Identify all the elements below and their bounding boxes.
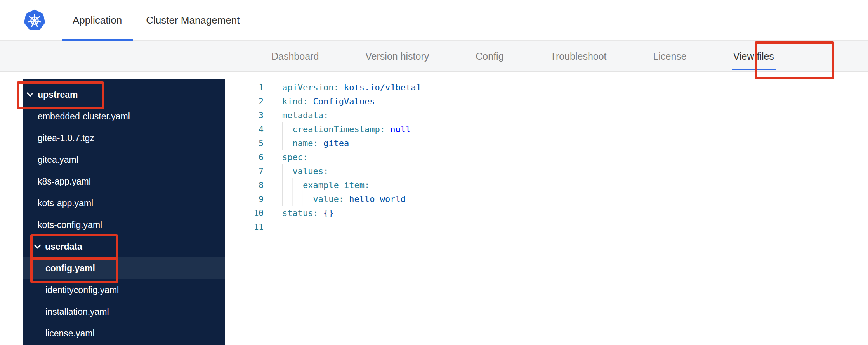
tab-application[interactable]: Application (73, 0, 122, 41)
code-line-content: spec: (282, 150, 308, 164)
tree-file-identityconfig-yaml[interactable]: identityconfig.yaml (23, 279, 225, 301)
tree-item-label: installation.yaml (45, 307, 109, 317)
tab-view-files[interactable]: View files (733, 41, 774, 71)
code-line-content: status: {} (282, 206, 333, 220)
tree-item-label: kots-app.yaml (38, 198, 93, 209)
line-number: 10 (225, 206, 264, 220)
code-token (344, 194, 349, 204)
line-number: 3 (225, 109, 264, 122)
code-line-content: creationTimestamp: null (282, 122, 411, 136)
code-line: 1apiVersion: kots.io/v1beta1 (225, 81, 868, 95)
line-number: 9 (225, 192, 264, 206)
code-token: values: (292, 166, 328, 176)
line-number: 8 (225, 178, 264, 192)
app-subnav: DashboardVersion historyConfigTroublesho… (0, 41, 868, 72)
tree-folder-userdata[interactable]: userdata (23, 236, 225, 257)
subnav-items: DashboardVersion historyConfigTroublesho… (0, 41, 868, 71)
code-token: status: (282, 208, 318, 218)
code-token (385, 124, 390, 134)
code-line: 7values: (225, 164, 868, 178)
tree-file-kots-config-yaml[interactable]: kots-config.yaml (23, 214, 225, 236)
code-line: 3metadata: (225, 109, 868, 122)
tree-file-installation-yaml[interactable]: installation.yaml (23, 301, 225, 323)
code-line-content: value: hello world (282, 192, 406, 206)
code-token: {} (323, 208, 334, 218)
tree-item-label: kots-config.yaml (38, 220, 102, 230)
code-token: hello world (349, 194, 406, 204)
tab-troubleshoot[interactable]: Troubleshoot (550, 41, 607, 71)
header-tabs: Application Cluster Management (73, 0, 240, 41)
indent-guide (282, 164, 292, 178)
code-token (318, 208, 323, 218)
code-editor[interactable]: 1apiVersion: kots.io/v1beta12kind: Confi… (225, 79, 868, 345)
code-token: example_item: (303, 180, 370, 190)
code-token: apiVersion: (282, 83, 339, 92)
tree-file-gitea-yaml[interactable]: gitea.yaml (23, 149, 225, 171)
code-line-content: name: gitea (282, 136, 349, 150)
tab-config[interactable]: Config (476, 41, 503, 71)
code-token (308, 97, 313, 106)
code-token (339, 83, 344, 92)
line-number: 2 (225, 95, 264, 109)
indent-guide (282, 122, 292, 136)
tree-item-label: config.yaml (45, 263, 95, 274)
tree-file-embedded-cluster-yaml[interactable]: embedded-cluster.yaml (23, 105, 225, 127)
tree-file-config-yaml[interactable]: config.yaml (23, 257, 225, 279)
line-number: 11 (225, 220, 264, 234)
code-line-content: apiVersion: kots.io/v1beta1 (282, 81, 421, 95)
indent-guide (282, 136, 292, 150)
tab-version-history[interactable]: Version history (365, 41, 429, 71)
code-line-content: kind: ConfigValues (282, 95, 375, 109)
tree-file-license-yaml[interactable]: license.yaml (23, 323, 225, 344)
tree-item-label: userdata (45, 242, 82, 252)
tree-file-k8s-app-yaml[interactable]: k8s-app.yaml (23, 171, 225, 192)
code-line: 4creationTimestamp: null (225, 122, 868, 136)
code-token: gitea (323, 138, 349, 148)
code-token: kots.io/v1beta1 (344, 83, 421, 92)
tree-item-label: identityconfig.yaml (45, 285, 119, 295)
tree-file-gitea-1-0-7-tgz[interactable]: gitea-1.0.7.tgz (23, 127, 225, 149)
code-token: kind: (282, 97, 308, 106)
tree-item-label: gitea-1.0.7.tgz (38, 133, 94, 143)
file-tree-sidebar: upstreamembedded-cluster.yamlgitea-1.0.7… (23, 79, 225, 345)
line-number: 6 (225, 150, 264, 164)
code-line: 6spec: (225, 150, 868, 164)
code-line: 11 (225, 220, 868, 234)
chevron-down-icon (26, 90, 33, 97)
code-token: creationTimestamp: (292, 124, 385, 134)
app-header: Application Cluster Management (0, 0, 868, 41)
code-token: metadata: (282, 110, 328, 120)
code-token: name: (292, 138, 318, 148)
code-line: 2kind: ConfigValues (225, 95, 868, 109)
indent-guide (282, 178, 303, 192)
tree-file-kots-app-yaml[interactable]: kots-app.yaml (23, 192, 225, 214)
code-token: null (390, 124, 411, 134)
tab-dashboard[interactable]: Dashboard (271, 41, 319, 71)
code-line: 5name: gitea (225, 136, 868, 150)
tree-item-label: k8s-app.yaml (38, 176, 91, 187)
code-token: spec: (282, 152, 308, 162)
code-line: 9value: hello world (225, 192, 868, 206)
chevron-down-icon (34, 242, 41, 248)
tab-cluster-management[interactable]: Cluster Management (146, 0, 240, 41)
code-line-content: example_item: (282, 178, 370, 192)
tree-item-label: embedded-cluster.yaml (38, 111, 130, 122)
tree-item-label: upstream (38, 90, 78, 100)
code-line: 8example_item: (225, 178, 868, 192)
code-line-content: values: (282, 164, 328, 178)
tree-item-label: gitea.yaml (38, 155, 78, 165)
tree-folder-upstream[interactable]: upstream (23, 84, 225, 105)
code-token: ConfigValues (313, 97, 375, 106)
kubernetes-logo-icon[interactable] (23, 9, 46, 31)
indent-guide (282, 192, 313, 206)
line-number: 5 (225, 136, 264, 150)
line-number: 7 (225, 164, 264, 178)
code-token (318, 138, 323, 148)
code-line: 10status: {} (225, 206, 868, 220)
line-number: 4 (225, 122, 264, 136)
tab-license[interactable]: License (653, 41, 687, 71)
tree-item-label: license.yaml (45, 328, 95, 339)
code-token: value: (313, 194, 344, 204)
code-line-content: metadata: (282, 109, 328, 122)
line-number: 1 (225, 81, 264, 95)
